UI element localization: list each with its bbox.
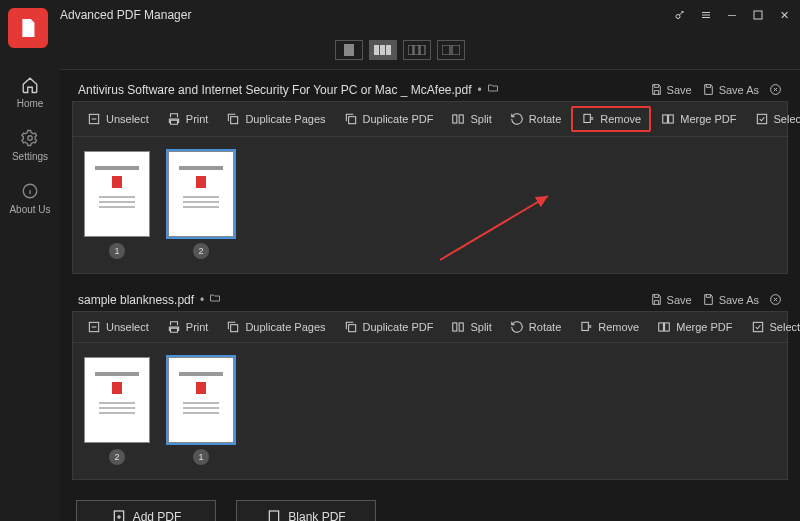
view-single[interactable]	[335, 40, 363, 60]
svg-rect-15	[231, 117, 238, 124]
app-title: Advanced PDF Manager	[60, 8, 191, 22]
page-thumbnails: 1 2	[72, 137, 788, 274]
view-mode-strip	[0, 30, 800, 70]
svg-rect-7	[414, 45, 419, 55]
page-thumb[interactable]: 1	[167, 357, 235, 465]
sidebar-item-label: Home	[17, 98, 44, 109]
page-thumb[interactable]: 1	[83, 151, 151, 259]
unselect-button[interactable]: Unselect	[79, 108, 157, 130]
duplicate-pages-button[interactable]: Duplicate Pages	[218, 316, 333, 338]
svg-rect-1	[754, 11, 762, 19]
svg-rect-22	[757, 114, 766, 123]
document-panel: Antivirus Software and Internet Security…	[72, 78, 788, 274]
split-button[interactable]: Split	[443, 108, 499, 130]
add-pdf-button[interactable]: Add PDF	[76, 500, 216, 521]
save-as-button[interactable]: Save As	[702, 293, 759, 306]
svg-rect-16	[348, 117, 355, 124]
page-thumb[interactable]: 2	[167, 151, 235, 259]
duplicate-pdf-button[interactable]: Duplicate PDF	[336, 108, 442, 130]
svg-point-0	[676, 15, 680, 19]
merge-pdf-button[interactable]: Merge PDF	[649, 316, 740, 338]
document-title: sample blankness.pdf	[78, 293, 194, 307]
page-number-badge: 2	[193, 243, 209, 259]
select-all-button[interactable]: Select All	[747, 108, 801, 130]
svg-rect-4	[380, 45, 385, 55]
view-grid-large[interactable]	[437, 40, 465, 60]
svg-rect-17	[453, 115, 457, 123]
svg-rect-32	[753, 322, 762, 331]
menu-icon[interactable]	[698, 7, 714, 23]
page-preview	[84, 357, 150, 443]
save-button[interactable]: Save	[650, 293, 692, 306]
document-header: sample blankness.pdf • Save Save As	[72, 288, 788, 311]
svg-rect-18	[460, 115, 464, 123]
document-toolbar: Unselect Print Duplicate Pages Duplicate…	[72, 311, 788, 343]
svg-rect-26	[348, 325, 355, 332]
save-button[interactable]: Save	[650, 83, 692, 96]
svg-rect-29	[582, 322, 588, 330]
page-thumbnails: 2 1	[72, 343, 788, 480]
key-icon[interactable]	[672, 7, 688, 23]
main-area: Antivirus Software and Internet Security…	[60, 70, 800, 521]
folder-icon[interactable]	[208, 292, 222, 307]
svg-rect-6	[408, 45, 413, 55]
modified-indicator: •	[200, 293, 204, 307]
remove-button[interactable]: Remove	[571, 316, 647, 338]
page-preview	[84, 151, 150, 237]
close-document-button[interactable]	[769, 293, 782, 306]
svg-rect-20	[663, 115, 668, 123]
document-title: Antivirus Software and Internet Security…	[78, 83, 472, 97]
rotate-button[interactable]: Rotate	[502, 316, 569, 338]
document-panel: sample blankness.pdf • Save Save As Unse…	[72, 288, 788, 480]
duplicate-pdf-button[interactable]: Duplicate PDF	[336, 316, 442, 338]
svg-rect-28	[460, 323, 464, 331]
svg-rect-34	[270, 511, 279, 521]
split-button[interactable]: Split	[443, 316, 499, 338]
sidebar-item-label: About Us	[9, 204, 50, 215]
unselect-button[interactable]: Unselect	[79, 316, 157, 338]
svg-rect-19	[584, 114, 590, 122]
app-logo	[8, 8, 48, 48]
maximize-button[interactable]	[750, 7, 766, 23]
footer-buttons: Add PDF Blank PDF	[72, 494, 788, 521]
page-number-badge: 1	[109, 243, 125, 259]
select-all-button[interactable]: Select All	[743, 316, 801, 338]
svg-rect-30	[659, 323, 664, 331]
svg-rect-27	[453, 323, 457, 331]
remove-button[interactable]: Remove	[571, 106, 651, 132]
sidebar-item-about[interactable]: About Us	[9, 182, 50, 215]
svg-rect-25	[231, 325, 238, 332]
svg-rect-9	[442, 45, 450, 55]
close-document-button[interactable]	[769, 83, 782, 96]
merge-pdf-button[interactable]: Merge PDF	[653, 108, 744, 130]
duplicate-pages-button[interactable]: Duplicate Pages	[218, 108, 333, 130]
svg-rect-3	[374, 45, 379, 55]
svg-point-11	[28, 136, 33, 141]
svg-rect-8	[420, 45, 425, 55]
close-button[interactable]: ✕	[776, 7, 792, 23]
svg-rect-10	[452, 45, 460, 55]
view-grid-medium[interactable]	[403, 40, 431, 60]
sidebar-item-label: Settings	[12, 151, 48, 162]
rotate-button[interactable]: Rotate	[502, 108, 569, 130]
titlebar: Advanced PDF Manager ─ ✕	[0, 0, 800, 30]
minimize-button[interactable]: ─	[724, 7, 740, 23]
folder-icon[interactable]	[486, 82, 500, 97]
print-button[interactable]: Print	[159, 316, 217, 338]
page-preview	[168, 357, 234, 443]
page-number-badge: 2	[109, 449, 125, 465]
sidebar: Home Settings About Us	[0, 56, 60, 521]
sidebar-item-home[interactable]: Home	[17, 76, 44, 109]
view-grid-small[interactable]	[369, 40, 397, 60]
print-button[interactable]: Print	[159, 108, 217, 130]
svg-rect-2	[344, 44, 354, 56]
document-header: Antivirus Software and Internet Security…	[72, 78, 788, 101]
page-thumb[interactable]: 2	[83, 357, 151, 465]
svg-rect-21	[669, 115, 674, 123]
page-preview	[168, 151, 234, 237]
blank-pdf-button[interactable]: Blank PDF	[236, 500, 376, 521]
save-as-button[interactable]: Save As	[702, 83, 759, 96]
modified-indicator: •	[478, 83, 482, 97]
svg-rect-31	[665, 323, 670, 331]
sidebar-item-settings[interactable]: Settings	[12, 129, 48, 162]
